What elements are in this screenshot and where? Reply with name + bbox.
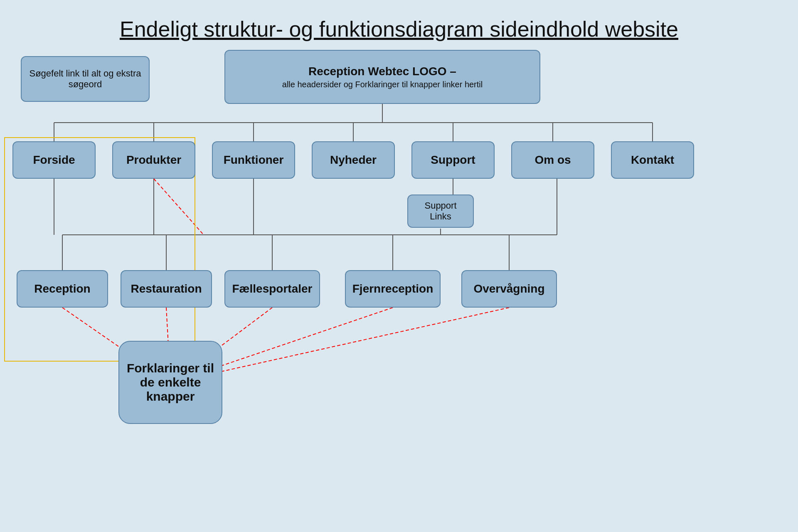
restauration-node[interactable]: Restauration — [121, 270, 212, 308]
produkter-node[interactable]: Produkter — [112, 141, 195, 179]
forklaringer-node[interactable]: Forklaringer til de enkelte knapper — [118, 341, 222, 424]
reception-node[interactable]: Reception — [17, 270, 108, 308]
forside-node[interactable]: Forside — [12, 141, 96, 179]
support-links-node[interactable]: Support Links — [407, 195, 474, 228]
omos-node[interactable]: Om os — [511, 141, 594, 179]
faellesportaler-node[interactable]: Fællesportaler — [224, 270, 320, 308]
funktioner-node[interactable]: Funktioner — [212, 141, 295, 179]
search-node[interactable]: Søgefelt link til alt og ekstra søgeord — [21, 56, 150, 102]
nyheder-node[interactable]: Nyheder — [312, 141, 395, 179]
overvaagning-node[interactable]: Overvågning — [461, 270, 557, 308]
svg-line-27 — [154, 179, 204, 235]
kontakt-node[interactable]: Kontakt — [611, 141, 694, 179]
support-node[interactable]: Support — [411, 141, 495, 179]
fjernreception-node[interactable]: Fjernreception — [345, 270, 441, 308]
svg-line-26 — [172, 308, 509, 382]
page-title: Endeligt struktur- og funktionsdiagram s… — [17, 17, 781, 42]
logo-node[interactable]: Reception Webtec LOGO – alle headersider… — [224, 50, 540, 104]
logo-sublabel: alle headersider og Forklaringer til kna… — [282, 80, 483, 89]
page: Endeligt struktur- og funktionsdiagram s… — [0, 0, 798, 532]
logo-label: Reception Webtec LOGO – — [308, 65, 456, 78]
